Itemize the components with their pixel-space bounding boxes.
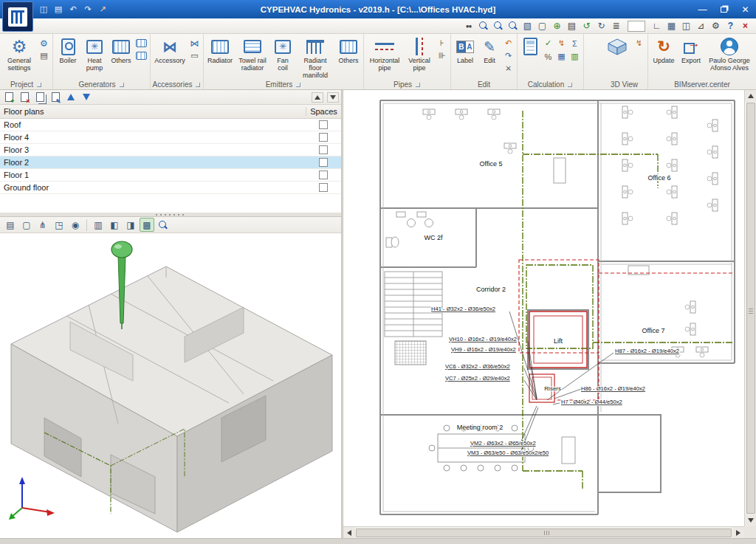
scroll-left-arrow[interactable]	[343, 527, 355, 539]
close-view-icon[interactable]: ×	[738, 19, 752, 32]
restore-button[interactable]	[713, 2, 735, 16]
scroll-down-arrow[interactable]	[745, 514, 756, 526]
emitters-others-button[interactable]: Others	[335, 34, 362, 65]
horizontal-scrollbar[interactable]	[343, 526, 744, 538]
pan-icon[interactable]: ⊕	[550, 19, 564, 32]
previous-view-icon[interactable]: ↺	[580, 19, 594, 32]
edit-floor-icon[interactable]: ✎	[49, 92, 62, 103]
floor-row-3[interactable]: Floor 3	[0, 144, 341, 156]
table-icon[interactable]: ▦	[555, 51, 568, 62]
radiator-button[interactable]: Radiator	[205, 34, 235, 65]
zoom-real-icon[interactable]	[476, 19, 490, 32]
redraw-icon[interactable]: ↻	[594, 19, 608, 32]
generator-small-2-icon[interactable]	[135, 50, 148, 61]
copy-floor-icon[interactable]	[33, 92, 47, 103]
calculate-button[interactable]	[519, 34, 541, 56]
measure-icon[interactable]: ⊿	[694, 19, 708, 32]
spaces-checkbox[interactable]	[319, 145, 328, 154]
scroll-right-arrow[interactable]	[732, 527, 744, 539]
boiler-button[interactable]: Boiler	[55, 34, 81, 65]
pipe-small-1-icon[interactable]: ⊦	[436, 38, 448, 49]
radiant-floor-manifold-button[interactable]: Radiant floor manifold	[295, 34, 335, 80]
print-icon[interactable]: ▤	[565, 19, 579, 32]
vertical-scroll-thumb[interactable]	[746, 103, 755, 514]
calculation-dialog-launcher[interactable]	[566, 81, 573, 88]
application-menu-button[interactable]	[2, 1, 33, 32]
ortho-icon[interactable]: ∟	[650, 19, 664, 32]
floor-plan-viewport[interactable]: Office 5 Office 6 WC 2f Corridor 2 Offic…	[343, 90, 744, 526]
floor-row-2-selected[interactable]: Floor 2	[0, 156, 341, 169]
zoom-in-icon[interactable]	[491, 19, 505, 32]
pipe-small-2-icon[interactable]: ⊪	[436, 50, 448, 61]
zoom-3d-icon[interactable]	[156, 218, 171, 232]
vertical-scrollbar[interactable]	[744, 90, 756, 526]
generators-dialog-launcher[interactable]	[118, 81, 125, 88]
zoom-all-icon[interactable]: ▢	[535, 19, 549, 32]
percent-icon[interactable]: %	[542, 51, 554, 62]
redo-icon[interactable]: ↷	[81, 3, 94, 16]
update-button[interactable]: Update	[650, 34, 678, 65]
label-button[interactable]: Label	[453, 34, 478, 65]
accessory-small-1-icon[interactable]	[188, 38, 201, 49]
report-icon[interactable]: ▥	[568, 51, 581, 62]
accessory-small-2-icon[interactable]: ▭	[188, 50, 201, 61]
floor-row-roof[interactable]: Roof	[0, 119, 341, 131]
zoom-window-icon[interactable]: ▧	[520, 19, 535, 32]
spaces-checkbox[interactable]	[319, 183, 328, 192]
accessory-button[interactable]: Accessory	[152, 34, 188, 65]
visibility-icon[interactable]: ◉	[68, 218, 83, 232]
snap-reference-box[interactable]	[628, 21, 645, 32]
edit-delete-icon[interactable]: ⨯	[502, 63, 515, 74]
pipes-dialog-launcher[interactable]	[414, 81, 421, 88]
export-button[interactable]: Export	[678, 34, 704, 65]
floor-row-4[interactable]: Floor 4	[0, 131, 341, 144]
undo-icon[interactable]: ↶	[66, 3, 80, 16]
accessories-dialog-launcher[interactable]	[194, 81, 201, 88]
fan-coil-button[interactable]: Fan coil	[270, 34, 295, 72]
spaces-checkbox[interactable]	[319, 120, 328, 129]
towel-rail-radiator-button[interactable]: Towel rail radiator	[235, 34, 270, 72]
isometric-view-icon[interactable]: ◳	[52, 218, 66, 232]
drawing-sheet-icon[interactable]: ▥	[91, 218, 106, 232]
split-horizontal-icon[interactable]: ◧	[107, 218, 122, 232]
floor-row-ground[interactable]: Ground floor	[0, 182, 341, 194]
zoom-out-icon[interactable]	[506, 19, 520, 32]
export-quick-icon[interactable]: ↗	[96, 3, 109, 16]
horizontal-pipe-button[interactable]: Horizontal pipe	[365, 34, 404, 72]
generator-small-1-icon[interactable]	[135, 38, 148, 49]
window-select-icon[interactable]: ▢	[19, 218, 34, 232]
3d-refresh-icon[interactable]: ↯	[633, 38, 645, 49]
project-options-icon[interactable]	[38, 38, 50, 49]
horizontal-scroll-thumb[interactable]	[356, 528, 732, 537]
move-floor-up-icon[interactable]	[64, 92, 78, 103]
add-floor-icon[interactable]: +	[2, 92, 16, 103]
move-floor-down-icon[interactable]	[80, 92, 93, 103]
spaces-checkbox[interactable]	[319, 171, 328, 179]
split-vertical-icon[interactable]: ◨	[123, 218, 138, 232]
print-view-icon[interactable]: ▤	[3, 218, 18, 232]
scroll-up-arrow[interactable]	[745, 90, 756, 102]
collapse-panel-down-button[interactable]	[327, 92, 339, 103]
emitters-dialog-launcher[interactable]	[295, 81, 301, 88]
generators-others-button[interactable]: Others	[108, 34, 134, 65]
save-icon[interactable]: ◫	[37, 3, 50, 16]
grid-icon[interactable]: ▦	[664, 19, 678, 32]
find-icon[interactable]: ●●	[461, 19, 475, 32]
edit-copy-icon[interactable]: ↷	[502, 50, 515, 61]
save-as-icon[interactable]: ▤	[52, 3, 65, 16]
3d-view-button[interactable]	[602, 34, 632, 56]
delete-floor-icon[interactable]: ×	[18, 92, 31, 103]
sum-icon[interactable]: Σ	[568, 38, 581, 49]
general-settings-button[interactable]: General settings	[1, 34, 37, 72]
edit-move-icon[interactable]: ↶	[502, 38, 515, 49]
help-icon[interactable]: ?	[724, 19, 738, 32]
heat-pump-button[interactable]: Heat pump	[81, 34, 108, 72]
project-dialog-launcher[interactable]	[35, 81, 42, 88]
edit-button[interactable]: Edit	[478, 34, 501, 65]
options-icon[interactable]: ⚙	[709, 19, 723, 32]
collapse-panel-up-button[interactable]	[312, 92, 323, 103]
close-button[interactable]: ✕	[735, 2, 756, 16]
3d-model-viewport[interactable]	[0, 233, 341, 539]
minimize-button[interactable]: —	[692, 2, 713, 16]
bim-user-button[interactable]: Paulo George Afonso Alves	[704, 34, 755, 72]
